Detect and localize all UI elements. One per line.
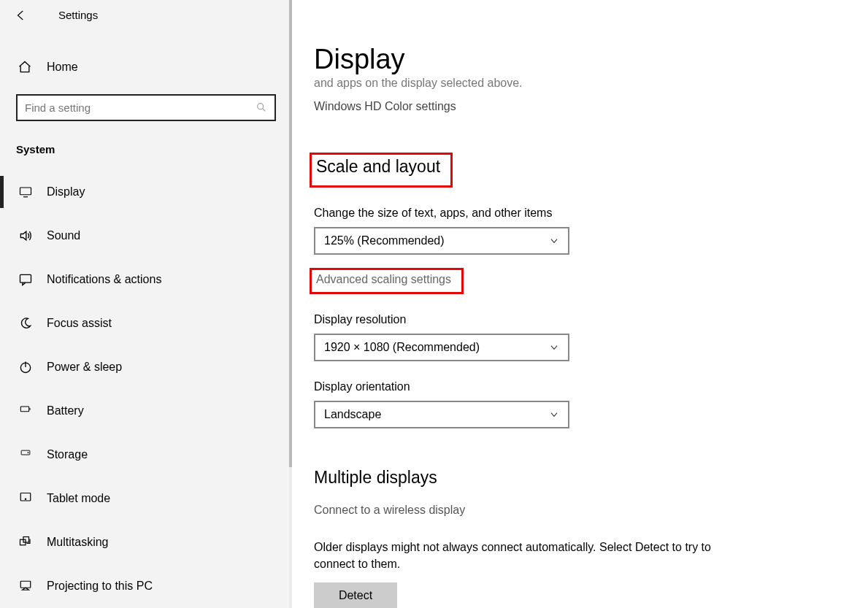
change-size-label: Change the size of text, apps, and other…: [314, 207, 846, 220]
tablet-icon: [18, 492, 34, 505]
multitask-icon: [18, 536, 34, 549]
nav-home[interactable]: Home: [0, 47, 292, 88]
section-scale-layout: Scale and layout Change the size of text…: [314, 153, 846, 428]
scale-dropdown-value: 125% (Recommended): [324, 234, 445, 247]
monitor-icon: [18, 185, 34, 199]
sidebar: Settings Home System: [0, 0, 292, 608]
scale-dropdown[interactable]: 125% (Recommended): [314, 227, 569, 255]
moon-icon: [18, 316, 34, 331]
scale-heading: Scale and layout: [316, 157, 440, 176]
home-icon: [18, 60, 32, 74]
svg-rect-1: [20, 188, 31, 195]
multiple-displays-heading: Multiple displays: [314, 468, 846, 488]
orientation-dropdown-value: Landscape: [324, 408, 381, 421]
storage-icon: [18, 450, 34, 460]
sidebar-item-projecting[interactable]: Projecting to this PC: [0, 564, 292, 608]
search-icon: [256, 101, 267, 113]
detect-description: Older displays might not always connect …: [314, 539, 723, 572]
svg-point-6: [28, 453, 28, 453]
truncated-description: and apps on the display selected above.: [314, 77, 846, 90]
sidebar-item-sound[interactable]: Sound: [0, 214, 292, 258]
sidebar-item-label: Power & sleep: [47, 361, 122, 374]
resolution-label: Display resolution: [314, 313, 846, 326]
nav-list: Display Sound Notifications & actions Fo…: [0, 170, 292, 608]
battery-icon: [18, 405, 34, 417]
sidebar-item-label: Focus assist: [47, 317, 112, 330]
svg-point-0: [258, 104, 264, 109]
sidebar-item-label: Notifications & actions: [47, 273, 161, 286]
resolution-dropdown-value: 1920 × 1080 (Recommended): [324, 341, 480, 354]
sidebar-item-battery[interactable]: Battery: [0, 389, 292, 433]
search-box[interactable]: [16, 94, 276, 121]
resolution-dropdown[interactable]: 1920 × 1080 (Recommended): [314, 334, 569, 361]
chevron-down-icon: [549, 236, 559, 246]
scale-heading-highlight: Scale and layout: [310, 153, 453, 188]
chevron-down-icon: [549, 342, 559, 353]
svg-point-8: [25, 499, 26, 499]
sidebar-item-label: Projecting to this PC: [47, 580, 153, 593]
sidebar-item-label: Tablet mode: [47, 492, 110, 505]
search-input[interactable]: [25, 100, 256, 115]
orientation-dropdown[interactable]: Landscape: [314, 401, 569, 428]
content-pane: Display and apps on the display selected…: [292, 0, 868, 608]
speaker-icon: [18, 228, 34, 243]
sidebar-item-label: Display: [47, 185, 85, 199]
sidebar-item-display[interactable]: Display: [0, 170, 292, 214]
sidebar-item-label: Multitasking: [47, 536, 108, 549]
sidebar-item-multitasking[interactable]: Multitasking: [0, 520, 292, 564]
sidebar-item-label: Battery: [47, 404, 84, 417]
header-bar: Settings: [0, 0, 292, 31]
sidebar-item-power-sleep[interactable]: Power & sleep: [0, 345, 292, 389]
power-icon: [18, 360, 34, 374]
hd-color-link[interactable]: Windows HD Color settings: [314, 100, 846, 113]
orientation-label: Display orientation: [314, 380, 846, 393]
nav-home-label: Home: [47, 61, 78, 74]
detect-button[interactable]: Detect: [314, 582, 397, 608]
project-icon: [18, 580, 34, 593]
svg-rect-2: [20, 274, 31, 282]
page-title: Display: [314, 44, 846, 75]
sidebar-item-notifications[interactable]: Notifications & actions: [0, 258, 292, 301]
svg-rect-4: [20, 407, 28, 412]
section-multiple-displays: Multiple displays Connect to a wireless …: [314, 468, 846, 608]
sidebar-item-storage[interactable]: Storage: [0, 433, 292, 477]
back-button[interactable]: [15, 9, 28, 22]
window-title: Settings: [58, 9, 98, 21]
message-icon: [18, 272, 34, 287]
advanced-scaling-link[interactable]: Advanced scaling settings: [310, 268, 464, 294]
chevron-down-icon: [549, 409, 559, 420]
sidebar-item-tablet-mode[interactable]: Tablet mode: [0, 477, 292, 520]
category-label: System: [0, 130, 292, 170]
connect-wireless-link[interactable]: Connect to a wireless display: [310, 501, 475, 523]
svg-rect-11: [20, 581, 31, 588]
sidebar-item-label: Storage: [47, 448, 88, 461]
sidebar-item-label: Sound: [47, 229, 80, 242]
sidebar-item-focus-assist[interactable]: Focus assist: [0, 301, 292, 345]
